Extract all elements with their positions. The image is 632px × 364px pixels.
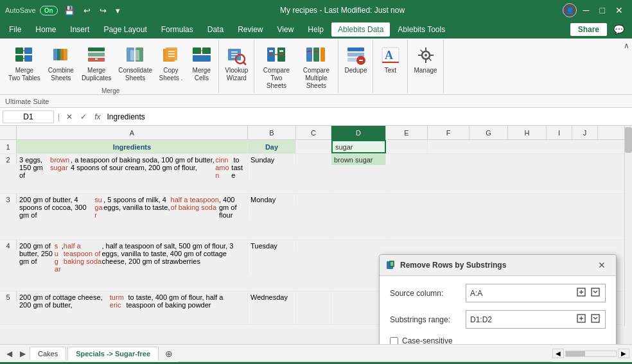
redo-icon[interactable]: ↪ xyxy=(97,4,109,17)
menu-file[interactable]: File xyxy=(3,22,28,37)
save-icon[interactable]: 💾 xyxy=(62,4,77,17)
svg-rect-41 xyxy=(307,51,312,52)
col-header-f[interactable]: F xyxy=(428,126,470,140)
cell-c3[interactable] xyxy=(296,194,331,196)
cancel-formula-btn[interactable]: ✕ xyxy=(64,111,75,123)
comment-btn[interactable]: 💬 xyxy=(608,22,629,37)
more-toolbar-icon[interactable]: ▾ xyxy=(113,4,123,17)
source-column-select-range-btn[interactable] xyxy=(575,286,587,300)
substrings-range-field: Substrings range: D1:D2 xyxy=(390,310,606,329)
source-column-value: A:A xyxy=(470,289,573,298)
ribbon-group-dedupe: Dedupe xyxy=(338,40,373,93)
cell-a4[interactable]: 200 gm of butter, 250 gm of sugar, half … xyxy=(17,240,248,274)
cell-d1[interactable]: sugar xyxy=(331,140,386,153)
menu-review[interactable]: Review xyxy=(231,22,269,37)
merge-cells-btn[interactable]: MergeCells xyxy=(187,42,216,85)
copy-sheets-btn[interactable]: CopySheets . xyxy=(156,42,186,85)
h-scroll-left[interactable]: ◀ xyxy=(552,349,564,358)
cell-d3[interactable] xyxy=(331,194,386,196)
menu-help[interactable]: Help xyxy=(301,22,330,37)
compare-multiple-sheets-btn[interactable]: CompareMultiple Sheets xyxy=(297,42,335,92)
text-btn[interactable]: A Text xyxy=(376,42,405,77)
vertical-scrollbar[interactable] xyxy=(624,126,632,326)
combine-sheets-btn[interactable]: CombineSheets xyxy=(45,42,77,85)
substrings-range-select-btn[interactable] xyxy=(575,313,587,326)
merge-two-tables-btn[interactable]: MergeTwo Tables xyxy=(5,42,44,85)
spreadsheet-container: A B C D E F G H I J 1 Ingredients Day su… xyxy=(0,126,632,344)
share-button[interactable]: Share xyxy=(570,23,607,36)
ribbon: MergeTwo Tables CombineSheets xyxy=(0,39,632,95)
scrollbar-thumb[interactable] xyxy=(625,127,632,153)
col-header-h[interactable]: H xyxy=(508,126,547,140)
cell-e1[interactable] xyxy=(386,140,428,153)
cell-c2[interactable] xyxy=(296,154,331,157)
close-btn[interactable]: ✕ xyxy=(611,4,627,17)
compare-two-sheets-btn[interactable]: CompareTwo Sheets xyxy=(257,42,295,92)
substrings-range-expand-btn[interactable] xyxy=(590,313,601,326)
cell-a1[interactable]: Ingredients xyxy=(17,140,248,153)
cell-d5[interactable] xyxy=(331,291,386,324)
ribbon-collapse-btn[interactable]: ∧ xyxy=(624,41,629,50)
cell-c1[interactable] xyxy=(296,140,331,153)
scroll-tabs-right-btn[interactable]: ▶ xyxy=(16,348,30,360)
cell-b2[interactable]: Sunday xyxy=(248,154,296,165)
source-column-expand-btn[interactable] xyxy=(590,286,601,300)
col-header-b[interactable]: B xyxy=(248,126,296,140)
cell-b3[interactable]: Monday xyxy=(248,194,296,205)
menu-page-layout[interactable]: Page Layout xyxy=(97,22,153,37)
maximize-btn[interactable]: □ xyxy=(596,4,609,17)
vlookup-wizard-btn[interactable]: VlookupWizard xyxy=(222,42,251,85)
col-header-i[interactable]: I xyxy=(547,126,572,140)
minimize-btn[interactable]: ─ xyxy=(579,4,593,17)
dialog-close-btn[interactable]: ✕ xyxy=(594,259,610,272)
menu-ablebits-data[interactable]: Ablebits Data xyxy=(331,22,390,37)
cell-d4[interactable] xyxy=(331,240,386,243)
scroll-tabs-left-btn[interactable]: ◀ xyxy=(3,348,16,360)
combine-sheets-icon xyxy=(51,45,71,65)
col-header-j[interactable]: J xyxy=(572,126,598,140)
col-header-e[interactable]: E xyxy=(386,126,428,140)
autosave-toggle[interactable]: On xyxy=(40,6,58,15)
formula-input[interactable] xyxy=(105,111,629,123)
manage-btn[interactable]: Manage xyxy=(410,42,440,77)
formula-bar: | ✕ ✓ fx xyxy=(0,108,632,126)
h-scrollbar-thumb[interactable] xyxy=(566,351,585,356)
col-header-a[interactable]: A xyxy=(17,126,248,140)
menu-home[interactable]: Home xyxy=(29,22,62,37)
confirm-formula-btn[interactable]: ✓ xyxy=(78,111,89,123)
consolidate-sheets-btn[interactable]: ConsolidateSheets xyxy=(116,42,155,85)
cell-b5[interactable]: Wednesday xyxy=(248,291,296,324)
h-scrollbar-track[interactable] xyxy=(565,351,617,357)
case-sensitive-checkbox[interactable] xyxy=(390,337,398,345)
profile-avatar[interactable]: 👤 xyxy=(563,3,577,17)
cell-d2[interactable]: brown sugar xyxy=(331,154,386,165)
undo-icon[interactable]: ↩ xyxy=(81,4,93,17)
svg-rect-9 xyxy=(88,48,105,51)
cell-a5[interactable]: 200 gm of cottage cheese, 200 gm of butt… xyxy=(17,291,248,324)
svg-rect-0 xyxy=(15,48,23,54)
cell-rest-3 xyxy=(386,194,632,196)
source-column-input-area: A:A xyxy=(466,284,606,302)
cell-c5[interactable] xyxy=(296,291,331,324)
cell-b4[interactable]: Tuesday xyxy=(248,240,296,251)
col-header-g[interactable]: G xyxy=(470,126,508,140)
col-header-d[interactable]: D xyxy=(331,126,386,140)
name-box[interactable] xyxy=(3,110,54,123)
menu-data[interactable]: Data xyxy=(201,22,230,37)
menu-ablebits-tools[interactable]: Ablebits Tools xyxy=(391,22,452,37)
cell-c4[interactable] xyxy=(296,240,331,243)
merge-duplicates-btn[interactable]: MergeDuplicates xyxy=(78,42,115,85)
menu-formulas[interactable]: Formulas xyxy=(155,22,200,37)
row-num-3: 3 xyxy=(0,194,17,204)
menu-view[interactable]: View xyxy=(271,22,301,37)
sheet-tab-specials[interactable]: Specials -> Sugar-free xyxy=(67,347,159,361)
menu-insert[interactable]: Insert xyxy=(64,22,96,37)
add-sheet-btn[interactable]: ⊕ xyxy=(160,346,178,361)
h-scroll-right[interactable]: ▶ xyxy=(618,349,629,358)
cell-a2[interactable]: 3 eggs, 150 gm of brown sugar, a teaspoo… xyxy=(17,154,248,180)
col-header-c[interactable]: C xyxy=(296,126,331,140)
cell-a3[interactable]: 200 gm of butter, 4 spoons of cocoa, 300… xyxy=(17,194,248,220)
cell-b1[interactable]: Day xyxy=(248,140,296,153)
dedupe-btn[interactable]: Dedupe xyxy=(341,42,370,77)
sheet-tab-cakes[interactable]: Cakes xyxy=(30,347,66,360)
